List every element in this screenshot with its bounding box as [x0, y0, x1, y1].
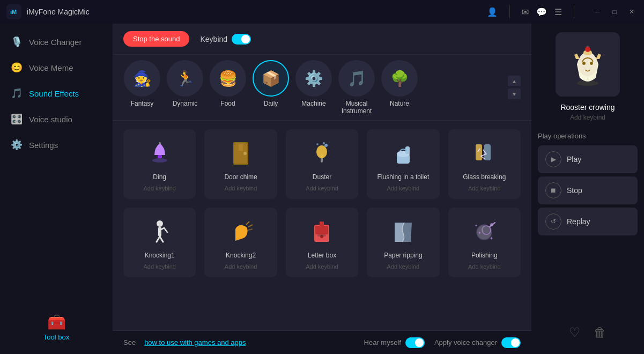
stop-button[interactable]: ⏹ Stop — [538, 176, 638, 204]
svg-rect-3 — [158, 155, 162, 158]
window-controls: ─ □ ✕ — [591, 6, 638, 18]
settings-icon: ⚙️ — [11, 139, 23, 151]
sound-card-glass-breaking[interactable]: Glass breaking Add keybind — [448, 129, 521, 199]
preview-title: Rooster crowing — [560, 103, 615, 112]
categories-bar: 🧙 Fantasy 🏃 Dynamic 🍔 Food 📦 Daily ⚙️ — [113, 55, 531, 121]
maximize-button[interactable]: □ — [609, 6, 620, 18]
studio-icon: 🎛️ — [11, 113, 23, 125]
category-machine[interactable]: ⚙️ Machine — [295, 60, 332, 115]
svg-point-37 — [578, 53, 597, 76]
minimize-button[interactable]: ─ — [591, 6, 603, 18]
sound-grid-area: Ding Add keybind Door chime Add keybind — [113, 121, 531, 330]
app-logo: iM — [6, 4, 21, 19]
app-title: iMyFone MagicMic — [27, 8, 487, 16]
category-dynamic[interactable]: 🏃 Dynamic — [166, 60, 204, 115]
hear-myself-row: Hear myself — [364, 337, 425, 348]
knocking2-icon — [227, 215, 255, 247]
sidebar-label-voice-studio: Voice studio — [29, 115, 72, 124]
chat-icon[interactable]: 💬 — [536, 7, 547, 17]
sound-card-flushing[interactable]: Flushing in a toilet Add keybind — [367, 129, 439, 199]
sound-card-ding[interactable]: Ding Add keybind — [123, 129, 196, 199]
sound-card-knocking2[interactable]: Knocking2 Add keybind — [204, 208, 277, 277]
how-to-use-link[interactable]: how to use with games and apps — [144, 338, 246, 346]
microphone-icon: 🎙️ — [11, 36, 23, 48]
keybind-toggle[interactable] — [232, 34, 251, 45]
polishing-icon: ✦ ✦ ✦ — [470, 215, 498, 247]
svg-line-22 — [160, 237, 163, 242]
sidebar-spacer — [0, 158, 113, 306]
sound-card-knocking1[interactable]: Knocking1 Add keybind — [123, 208, 196, 277]
door-chime-icon — [227, 137, 255, 169]
category-food[interactable]: 🍔 Food — [209, 60, 247, 115]
close-button[interactable]: ✕ — [626, 6, 638, 18]
knocking1-icon — [146, 215, 174, 247]
apply-voice-knob — [511, 338, 520, 347]
svg-point-7 — [243, 152, 247, 155]
svg-rect-27 — [320, 222, 324, 226]
dynamic-label: Dynamic — [173, 100, 198, 107]
daily-label: Daily — [264, 100, 278, 107]
sound-card-paper-ripping[interactable]: Paper ripping Add keybind — [367, 208, 439, 277]
titlebar-icons: 👤 ✉ 💬 ☰ ─ □ ✕ — [487, 5, 638, 18]
menu-icon[interactable]: ☰ — [554, 7, 562, 17]
toggle-knob — [241, 35, 250, 43]
category-fantasy[interactable]: 🧙 Fantasy — [123, 60, 161, 115]
nature-label: Nature — [390, 100, 409, 107]
replay-button[interactable]: ↺ Replay — [538, 208, 638, 235]
sidebar-toolbox[interactable]: 🧰 Tool box — [0, 306, 113, 349]
stop-sound-button[interactable]: Stop the sound — [123, 31, 189, 47]
sound-effects-icon: 🎵 — [11, 87, 23, 99]
glass-breaking-icon — [470, 137, 498, 169]
preview-keybind: Add keybind — [570, 114, 605, 121]
sound-card-letter-box[interactable]: Letter box Add keybind — [286, 208, 358, 277]
knocking2-keybind: Add keybind — [225, 263, 257, 270]
category-musical[interactable]: 🎵 MusicalInstrument — [338, 60, 375, 115]
category-nature[interactable]: 🌳 Nature — [381, 60, 418, 115]
delete-icon[interactable]: 🗑 — [594, 325, 606, 340]
profile-icon[interactable]: 👤 — [487, 7, 498, 17]
arrow-down-button[interactable]: ▼ — [508, 88, 521, 99]
apply-voice-row: Apply voice changer — [434, 337, 521, 348]
svg-line-21 — [157, 237, 160, 242]
svg-point-39 — [590, 62, 593, 65]
svg-point-10 — [316, 145, 327, 158]
sidebar-item-voice-meme[interactable]: 😊 Voice Meme — [0, 55, 113, 80]
sound-card-duster[interactable]: Duster Add keybind — [286, 129, 358, 199]
titlebar: iM iMyFone MagicMic 👤 ✉ 💬 ☰ ─ □ ✕ — [0, 0, 644, 24]
right-panel: Rooster crowing Add keybind Play operati… — [531, 24, 644, 354]
svg-point-32 — [490, 223, 493, 226]
duster-name: Duster — [313, 173, 331, 181]
favorite-icon[interactable]: ♡ — [569, 325, 581, 340]
sound-card-polishing[interactable]: ✦ ✦ ✦ Polishing Add keybind — [448, 208, 521, 277]
toolbox-label: Tool box — [43, 333, 69, 341]
flushing-keybind: Add keybind — [387, 185, 420, 191]
sidebar-item-settings[interactable]: ⚙️ Settings — [0, 132, 113, 158]
main-layout: 🎙️ Voice Changer 😊 Voice Meme 🎵 Sound Ef… — [0, 24, 644, 354]
machine-icon-wrap: ⚙️ — [295, 60, 332, 97]
sidebar-item-voice-changer[interactable]: 🎙️ Voice Changer — [0, 29, 113, 55]
fantasy-icon-wrap: 🧙 — [124, 60, 160, 97]
preview-card — [556, 32, 620, 97]
apply-voice-toggle[interactable] — [501, 337, 521, 348]
polishing-keybind: Add keybind — [468, 263, 501, 270]
musical-icon-wrap: 🎵 — [338, 60, 375, 97]
stop-icon: ⏹ — [545, 182, 561, 198]
replay-label: Replay — [567, 217, 590, 226]
arrow-up-button[interactable]: ▲ — [508, 76, 521, 86]
apply-voice-label: Apply voice changer — [434, 338, 497, 346]
mail-icon[interactable]: ✉ — [522, 7, 529, 17]
polishing-name: Polishing — [471, 252, 498, 259]
replay-icon: ↺ — [545, 213, 561, 230]
paper-ripping-keybind: Add keybind — [387, 263, 420, 270]
sidebar-item-voice-studio[interactable]: 🎛️ Voice studio — [0, 106, 113, 132]
sidebar-item-sound-effects[interactable]: 🎵 Sound Effects — [0, 80, 113, 106]
play-button[interactable]: ▶ Play — [538, 145, 638, 173]
sound-card-door-chime[interactable]: Door chime Add keybind — [204, 129, 277, 199]
ding-keybind: Add keybind — [143, 185, 176, 191]
category-daily[interactable]: 📦 Daily — [252, 60, 290, 115]
svg-rect-8 — [239, 144, 243, 151]
bottom-bar: See how to use with games and apps Hear … — [113, 330, 531, 354]
svg-rect-17 — [476, 144, 482, 160]
svg-point-11 — [324, 144, 328, 147]
hear-myself-toggle[interactable] — [405, 337, 425, 348]
